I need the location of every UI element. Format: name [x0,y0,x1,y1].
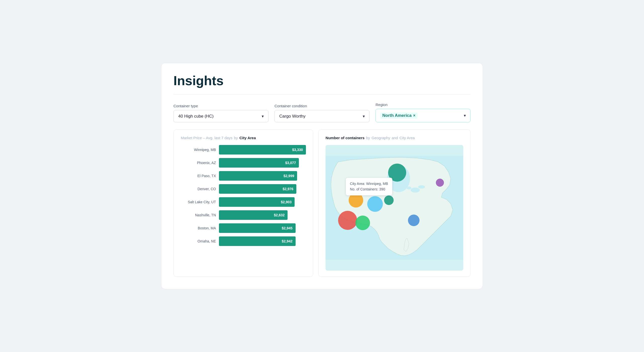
container-condition-select[interactable]: New Cargo Worthy Wind & Water Tight As I… [274,110,370,122]
bar-row: Nashville, TN$2,632 [181,210,306,220]
region-chevron-icon: ▼ [463,114,467,118]
map-chart-title: Number of containers by Geography and Ci… [326,136,463,140]
container-condition-group: Container condition New Cargo Worthy Win… [274,104,370,122]
bar-chart-title-bold: City Area [240,136,256,140]
bar-chart-title: Market Price – Avg. last 7 days by City … [181,136,306,140]
bar-value: $2,945 [282,226,293,230]
bar-chart-title-prefix: Market Price – Avg. last 7 days [181,136,233,140]
bar-row: Phoenix, AZ$3,077 [181,158,306,168]
bar-chart: Winnipeg, MB$3,330Phoenix, AZ$3,077El Pa… [181,145,306,246]
bar-value: $3,077 [285,161,296,165]
map-container: City Area: Winnipeg, MB No. of Container… [326,145,463,271]
region-select-wrapper[interactable]: North America × ▼ [376,109,471,122]
bar-fill: $3,077 [219,158,299,168]
map-svg [326,145,463,271]
map-tooltip-containers: No. of Containers: 390 [350,186,388,192]
bar-value: $2,976 [283,187,293,191]
bar-chart-title-by: by [234,136,238,140]
bar-row: El Paso, TX$2,999 [181,171,306,181]
bar-chart-card: Market Price – Avg. last 7 days by City … [173,129,313,277]
bar-value: $2,999 [284,174,294,178]
page-container: Insights Container type 20 Dry (ST) 40 D… [161,63,483,289]
bar-value: $2,632 [274,213,285,217]
container-type-select-wrapper[interactable]: 20 Dry (ST) 40 Dry (ST) 40 High cube (HC… [173,110,268,122]
map-chart-title-by: by [366,136,370,140]
map-chart-title-city: City Area [399,136,415,140]
region-tag-value: North America [382,113,412,118]
divider [173,94,471,94]
bar-container: $2,976 [219,184,306,194]
svg-point-1 [411,187,420,192]
bar-value: $2,903 [281,200,292,204]
region-select-display[interactable]: North America × [376,109,471,122]
container-type-group: Container type 20 Dry (ST) 40 Dry (ST) 4… [173,104,268,122]
region-tag: North America × [380,113,418,119]
bar-fill: $2,903 [219,197,295,207]
bar-row: Winnipeg, MB$3,330 [181,145,306,155]
bar-value: $2,942 [282,239,293,243]
bar-fill: $2,632 [219,210,288,220]
bar-container: $2,632 [219,210,306,220]
bar-container: $2,903 [219,197,306,207]
bar-row: Salt Lake City, UT$2,903 [181,197,306,207]
page-title: Insights [173,73,471,88]
bar-fill: $2,945 [219,223,296,233]
bar-label: Phoenix, AZ [181,161,216,165]
charts-row: Market Price – Avg. last 7 days by City … [173,129,471,277]
bar-container: $3,330 [219,145,306,155]
container-type-select[interactable]: 20 Dry (ST) 40 Dry (ST) 40 High cube (HC… [173,110,268,122]
region-group: Region North America × ▼ [376,103,471,122]
filters-row: Container type 20 Dry (ST) 40 Dry (ST) 4… [173,103,471,122]
container-type-label: Container type [173,104,268,108]
map-chart-title-geo: Geography [372,136,390,140]
bar-value: $3,330 [292,148,303,152]
bar-label: Boston, MA [181,226,216,230]
bar-row: Boston, MA$2,945 [181,223,306,233]
bar-row: Omaha, NE$2,942 [181,236,306,246]
bar-fill: $2,976 [219,184,296,194]
map-chart-title-bold: Number of containers [326,136,364,140]
map-chart-title-and: and [392,136,398,140]
region-tag-close-icon[interactable]: × [413,113,416,118]
bar-container: $2,945 [219,223,306,233]
bar-container: $2,942 [219,236,306,246]
bar-fill: $3,330 [219,145,306,155]
svg-point-2 [418,185,425,188]
region-label: Region [376,103,471,107]
map-tooltip-city: City Area: Winnipeg, MB [350,181,388,186]
bar-fill: $2,942 [219,236,296,246]
bar-fill: $2,999 [219,171,297,181]
bar-label: Salt Lake City, UT [181,200,216,204]
bar-container: $3,077 [219,158,306,168]
container-condition-label: Container condition [274,104,370,108]
bar-label: Omaha, NE [181,239,216,243]
container-condition-select-wrapper[interactable]: New Cargo Worthy Wind & Water Tight As I… [274,110,370,122]
bar-container: $2,999 [219,171,306,181]
map-tooltip: City Area: Winnipeg, MB No. of Container… [346,178,392,195]
bar-label: El Paso, TX [181,174,216,178]
bar-label: Winnipeg, MB [181,148,216,152]
map-chart-card: Number of containers by Geography and Ci… [318,129,471,277]
bar-row: Denver, CO$2,976 [181,184,306,194]
bar-label: Nashville, TN [181,213,216,217]
bar-label: Denver, CO [181,187,216,191]
